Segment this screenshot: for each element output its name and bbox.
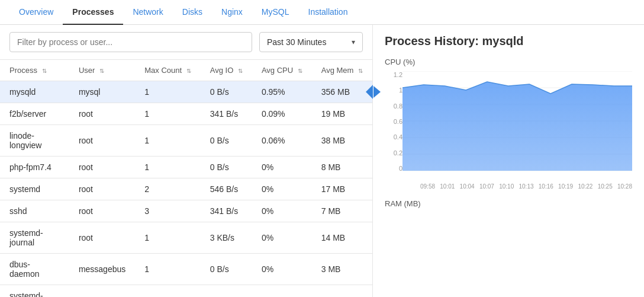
cell-avgio: 3 KB/s: [201, 222, 252, 254]
cell-process: systemd: [0, 178, 69, 200]
cell-avgio: 0 B/s: [201, 157, 252, 178]
cell-maxcount: 1: [135, 81, 200, 103]
col-header-process[interactable]: Process ⇅: [0, 60, 69, 81]
cell-maxcount: 1: [135, 157, 200, 178]
x-axis-label: 10:01: [440, 183, 455, 190]
time-select-dropdown[interactable]: Past 30 Minutes ▾: [259, 32, 363, 52]
cell-avgio: 341 B/s: [201, 200, 252, 222]
process-filter-input[interactable]: [9, 32, 252, 52]
cell-avgcpu: 0.95%: [252, 81, 312, 103]
process-table: Process ⇅User ⇅Max Count ⇅Avg IO ⇅Avg CP…: [0, 60, 372, 297]
tab-network[interactable]: Network: [123, 0, 172, 25]
table-row[interactable]: dbus-daemonmessagebus10 B/s0%3 MB: [0, 254, 372, 285]
cell-avgcpu: 0%: [252, 157, 312, 178]
cell-avgcpu: 0.09%: [252, 103, 312, 125]
cell-avgmem: 19 MB: [312, 103, 372, 125]
tab-disks[interactable]: Disks: [173, 0, 212, 25]
cell-avgcpu: 0.06%: [252, 125, 312, 157]
cell-avgmem: 14 MB: [312, 222, 372, 254]
x-axis-label: 10:10: [499, 183, 514, 190]
cell-avgmem: 8 MB: [312, 157, 372, 178]
cell-avgmem: 17 MB: [312, 178, 372, 200]
svg-marker-7: [402, 82, 632, 171]
y-axis-label: 1: [385, 87, 402, 94]
table-row[interactable]: php-fpm7.4root10 B/s0%8 MB: [0, 157, 372, 178]
cell-process: mysqld: [0, 81, 69, 103]
sort-icon: ⇅: [298, 68, 302, 74]
x-axis-label: 09:58: [420, 183, 435, 190]
cell-process: f2b/server: [0, 103, 69, 125]
col-header-user[interactable]: User ⇅: [69, 60, 135, 81]
cell-avgmem: 356 MB: [312, 81, 372, 103]
cell-user: root: [69, 157, 135, 178]
cell-avgmem: 3 MB: [312, 254, 372, 285]
cell-user: messagebus: [69, 254, 135, 285]
cell-user: root: [69, 103, 135, 125]
y-axis-label: 0.4: [385, 133, 402, 140]
x-axis-label: 10:16: [539, 183, 553, 190]
col-header-avgcpu[interactable]: Avg CPU ⇅: [252, 60, 312, 81]
cpu-y-axis: 1.210.80.60.40.20: [385, 71, 402, 172]
cell-process: dbus-daemon: [0, 254, 69, 285]
x-axis-label: 10:28: [617, 183, 632, 190]
cell-avgio: 0 B/s: [201, 254, 252, 285]
cell-avgmem: 38 MB: [312, 125, 372, 157]
table-row[interactable]: f2b/serverroot1341 B/s0.09%19 MB: [0, 103, 372, 125]
sort-icon: ⇅: [99, 68, 104, 74]
x-axis-label: 10:22: [578, 183, 593, 190]
sort-icon: ⇅: [238, 68, 243, 74]
table-row[interactable]: mysqldmysql10 B/s0.95%356 MB: [0, 81, 372, 103]
right-panel: Process History: mysqld CPU (%) 1.210.80…: [373, 25, 644, 297]
x-axis-label: 10:07: [479, 183, 494, 190]
cell-user: root: [69, 200, 135, 222]
col-header-avgio[interactable]: Avg IO ⇅: [201, 60, 252, 81]
sort-icon: ⇅: [186, 68, 191, 74]
tab-overview[interactable]: Overview: [9, 0, 63, 25]
cell-avgcpu: 0%: [252, 254, 312, 285]
sort-icon: ⇅: [42, 68, 47, 74]
time-select-value: Past 30 Minutes: [267, 37, 326, 47]
col-header-avgmem[interactable]: Avg Mem ⇅: [312, 60, 372, 81]
cell-avgio: 341 B/s: [201, 103, 252, 125]
cell-avgcpu: 0%: [252, 200, 312, 222]
cell-maxcount: 3: [135, 200, 200, 222]
table-row[interactable]: systemdroot2546 B/s0%17 MB: [0, 178, 372, 200]
cpu-chart-label: CPU (%): [385, 58, 632, 66]
table-row[interactable]: systemd-loginroot10 B/s0%4 MB: [0, 285, 372, 298]
ram-label: RAM (MB): [385, 199, 632, 208]
cell-maxcount: 1: [135, 103, 200, 125]
tab-installation[interactable]: Installation: [299, 0, 358, 25]
left-panel: Past 30 Minutes ▾ Process ⇅User ⇅Max Cou…: [0, 25, 373, 297]
cell-avgmem: 7 MB: [312, 200, 372, 222]
cell-user: root: [69, 222, 135, 254]
tab-mysql[interactable]: MySQL: [252, 0, 299, 25]
tab-nginx[interactable]: Nginx: [212, 0, 252, 25]
cell-avgcpu: 0%: [252, 222, 312, 254]
y-axis-label: 0.6: [385, 118, 402, 125]
cell-avgio: 0 B/s: [201, 125, 252, 157]
cell-maxcount: 1: [135, 222, 200, 254]
selected-row-arrow: [373, 86, 381, 98]
cell-maxcount: 1: [135, 254, 200, 285]
cell-avgcpu: 0%: [252, 285, 312, 298]
y-axis-label: 1.2: [385, 71, 402, 78]
col-header-maxcount[interactable]: Max Count ⇅: [135, 60, 200, 81]
table-row[interactable]: systemd-journalroot13 KB/s0%14 MB: [0, 222, 372, 254]
cell-user: mysql: [69, 81, 135, 103]
cell-avgcpu: 0%: [252, 178, 312, 200]
table-row[interactable]: linode-longviewroot10 B/s0.06%38 MB: [0, 125, 372, 157]
y-axis-label: 0: [385, 165, 402, 172]
y-axis-label: 0.8: [385, 103, 402, 110]
cell-process: php-fpm7.4: [0, 157, 69, 178]
x-axis-label: 10:25: [598, 183, 613, 190]
cpu-chart-container: 1.210.80.60.40.20: [385, 71, 632, 190]
table-row[interactable]: sshdroot3341 B/s0%7 MB: [0, 200, 372, 222]
cell-avgio: 0 B/s: [201, 285, 252, 298]
x-axis-label: 10:19: [558, 183, 573, 190]
chevron-down-icon: ▾: [352, 38, 355, 46]
cpu-chart-svg: [402, 71, 632, 172]
cell-process: systemd-login: [0, 285, 69, 298]
tab-processes[interactable]: Processes: [63, 0, 123, 25]
cell-user: root: [69, 178, 135, 200]
cpu-x-axis: 09:5810:0110:0410:0710:1010:1310:1610:19…: [402, 182, 632, 190]
